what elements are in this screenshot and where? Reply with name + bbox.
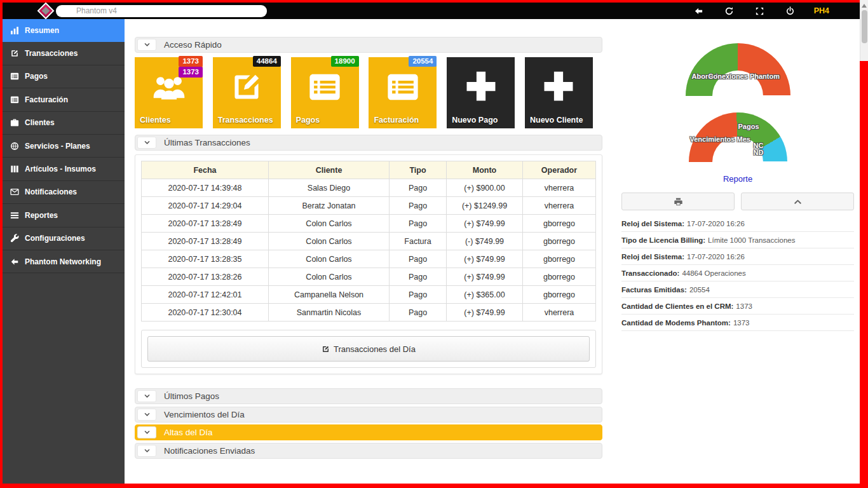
- collapse-panel-button[interactable]: [741, 193, 854, 210]
- tile-nuevo-cliente[interactable]: Nuevo Cliente: [525, 57, 593, 128]
- users-icon: [152, 70, 186, 104]
- status-value: Límite 1000 Transacciones: [708, 236, 795, 244]
- cell-operador: gborrego: [523, 233, 596, 250]
- quick-access-tiles: 1373 1373 Clientes 44864 Transacciones 1…: [135, 57, 602, 128]
- sidebar-item-transacciones[interactable]: Transacciones: [3, 42, 125, 65]
- phantom-logo[interactable]: [39, 4, 52, 18]
- sidebar-item-label: Notificaciones: [25, 187, 77, 196]
- sidebar-item-label: Servicios - Planes: [25, 142, 90, 151]
- print-button[interactable]: [621, 193, 735, 210]
- tile-nuevo-pago[interactable]: Nuevo Pago: [447, 57, 515, 128]
- briefcase-icon: [10, 118, 19, 127]
- badge-count: 18900: [331, 56, 359, 67]
- sidebar-item-resumen[interactable]: Resumen: [3, 19, 125, 42]
- chevron-down-icon: [144, 41, 151, 48]
- sidebar-item-label: Facturación: [25, 95, 68, 104]
- sidebar-item-clientes[interactable]: Clientes: [3, 112, 125, 135]
- cell-cliente: Salas Diego: [269, 179, 390, 197]
- summary-actions: [620, 193, 856, 210]
- column-header: Fecha: [142, 161, 269, 179]
- cell-tipo: Pago: [390, 197, 447, 215]
- accordion-notificaciones-enviadas[interactable]: Notificaciones Enviadas: [135, 443, 602, 459]
- back-button[interactable]: [693, 6, 704, 17]
- vertical-scrollbar[interactable]: [860, 0, 868, 61]
- panel-title: Vencimientos del Día: [164, 410, 245, 419]
- status-label: Reloj del Sistema:: [621, 253, 684, 261]
- status-line: Tipo de Licencia Billing:Límite 1000 Tra…: [621, 232, 854, 248]
- status-value: 44864 Operaciones: [682, 269, 745, 277]
- sidebar-item-facturacion[interactable]: Facturación: [3, 88, 125, 111]
- cell-operador: gborrego: [523, 286, 596, 304]
- cell-monto: (+) $1249.99: [447, 197, 523, 215]
- table-row[interactable]: 2020-07-17 13:28:26Colon CarlosPago(+) $…: [142, 268, 596, 286]
- column-header: Tipo: [390, 161, 447, 179]
- collapse-toggle-button[interactable]: [137, 39, 156, 51]
- status-label: Transaccionado:: [621, 269, 679, 277]
- fullscreen-button[interactable]: [754, 6, 765, 17]
- cell-monto: (+) $365.00: [447, 286, 523, 304]
- accordion-ultimos-pagos[interactable]: Últimos Pagos: [135, 388, 602, 404]
- cell-tipo: Pago: [390, 286, 447, 304]
- tile-facturacion[interactable]: 20554 Facturación: [369, 57, 437, 128]
- chevron-down-icon: [144, 429, 151, 436]
- table-row[interactable]: 2020-07-17 13:28:49Colon CarlosFactura(-…: [142, 233, 596, 250]
- accordion-vencimientos-del-dia[interactable]: Vencimientos del Día: [135, 407, 602, 423]
- tile-clientes[interactable]: 1373 1373 Clientes: [135, 57, 203, 128]
- edit-icon: [10, 49, 19, 58]
- sidebar-item-articulos-insumos[interactable]: Artículos - Insumos: [3, 158, 125, 180]
- gauge-chart-vencimientos: Vencimientos Mes Pagos NC ND: [689, 112, 787, 162]
- collapse-toggle-button[interactable]: [137, 445, 156, 457]
- accordion-acceso-rapido[interactable]: Acceso Rápido: [135, 37, 602, 53]
- table-row[interactable]: 2020-07-17 14:29:04Beratz JonatanPago(+)…: [142, 197, 596, 215]
- printer-icon: [674, 197, 683, 207]
- table-row[interactable]: 2020-07-17 14:39:48Salas DiegoPago(+) $9…: [142, 179, 596, 197]
- cell-cliente: Colon Carlos: [269, 215, 390, 233]
- sidebar-item-servicios-planes[interactable]: Servicios - Planes: [3, 135, 125, 158]
- sidebar-item-notificaciones[interactable]: Notificaciones: [3, 181, 125, 204]
- tile-label: Nuevo Cliente: [530, 116, 583, 125]
- status-value: 20554: [689, 286, 710, 294]
- sidebar-item-reportes[interactable]: Reportes: [3, 204, 125, 227]
- cell-monto: (+) $749.99: [447, 304, 523, 322]
- sidebar-item-phantom-networking[interactable]: Phantom Networking: [3, 250, 125, 273]
- tile-pagos[interactable]: 18900 Pagos: [291, 57, 359, 128]
- arrow-left-icon: [10, 257, 19, 266]
- accordion-ultimas-transacciones[interactable]: Últimas Transacciones: [135, 135, 602, 151]
- panel-title: Últimos Pagos: [164, 391, 219, 401]
- plus-icon: [539, 67, 578, 105]
- table-row[interactable]: 2020-07-17 13:28:35Colon CarlosPago(+) $…: [142, 250, 596, 268]
- search-input[interactable]: [56, 5, 267, 17]
- scroll-up-arrow-icon[interactable]: [862, 4, 867, 8]
- sidebar-item-pagos[interactable]: Pagos: [3, 65, 125, 88]
- table-row[interactable]: 2020-07-17 12:30:04Sanmartin NicolasPago…: [142, 304, 596, 322]
- user-menu[interactable]: PH4: [814, 6, 829, 15]
- table-row[interactable]: 2020-07-17 12:42:01Campanella NelsonPago…: [142, 286, 596, 304]
- collapse-toggle-button[interactable]: [137, 426, 156, 438]
- cell-fecha: 2020-07-17 13:28:26: [142, 268, 269, 286]
- list-icon: [10, 72, 19, 81]
- table-row[interactable]: 2020-07-17 13:28:49Colon CarlosPago(+) $…: [142, 215, 596, 233]
- accordion-altas-del-dia[interactable]: Altas del Día: [135, 424, 602, 440]
- rows-icon: [10, 211, 19, 220]
- badge-count: 20554: [409, 56, 437, 67]
- transactions-card: Fecha Cliente Tipo Monto Operador 2020-0…: [135, 154, 602, 374]
- cell-operador: gborrego: [523, 250, 596, 268]
- cell-monto: (-) $749.99: [447, 233, 523, 250]
- collapse-toggle-button[interactable]: [137, 409, 156, 421]
- power-button[interactable]: [785, 6, 796, 17]
- refresh-button[interactable]: [724, 6, 735, 17]
- scrollbar-thumb[interactable]: [862, 10, 867, 43]
- reporte-link[interactable]: Reporte: [620, 174, 856, 184]
- tile-transacciones[interactable]: 44864 Transacciones: [213, 57, 281, 128]
- transacciones-del-dia-button[interactable]: Transacciones del Día: [147, 336, 590, 362]
- sidebar-item-configuraciones[interactable]: Configuraciones: [3, 227, 125, 250]
- wrench-icon: [10, 234, 19, 243]
- chevron-down-icon: [144, 393, 151, 400]
- collapse-toggle-button[interactable]: [137, 137, 156, 149]
- cell-fecha: 2020-07-17 12:30:04: [142, 304, 269, 322]
- sidebar-item-label: Resumen: [25, 26, 59, 35]
- collapse-toggle-button[interactable]: [137, 390, 156, 402]
- cell-fecha: 2020-07-17 13:28:49: [142, 215, 269, 233]
- status-line: Reloj del Sistema:17-07-2020 16:26: [621, 215, 854, 232]
- back-icon: [694, 6, 703, 16]
